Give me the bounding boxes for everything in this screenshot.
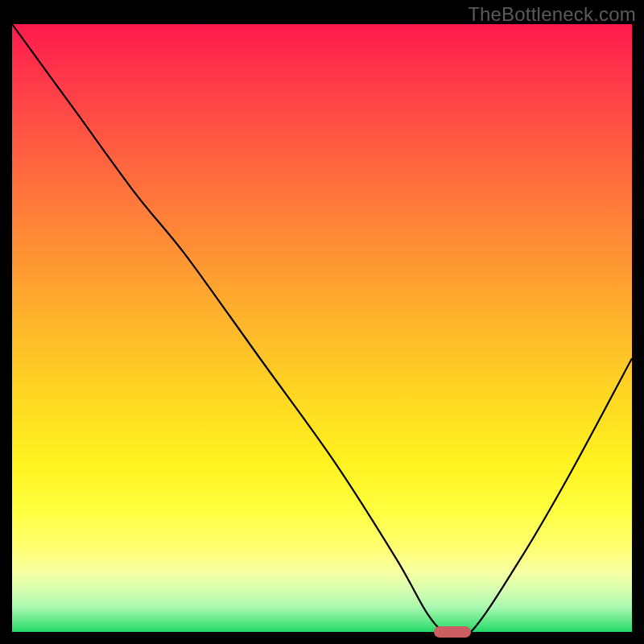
gradient-plot-area xyxy=(12,24,632,632)
watermark-text: TheBottleneck.com xyxy=(468,3,636,26)
optimal-marker xyxy=(434,626,471,638)
chart-frame: TheBottleneck.com xyxy=(0,0,644,644)
